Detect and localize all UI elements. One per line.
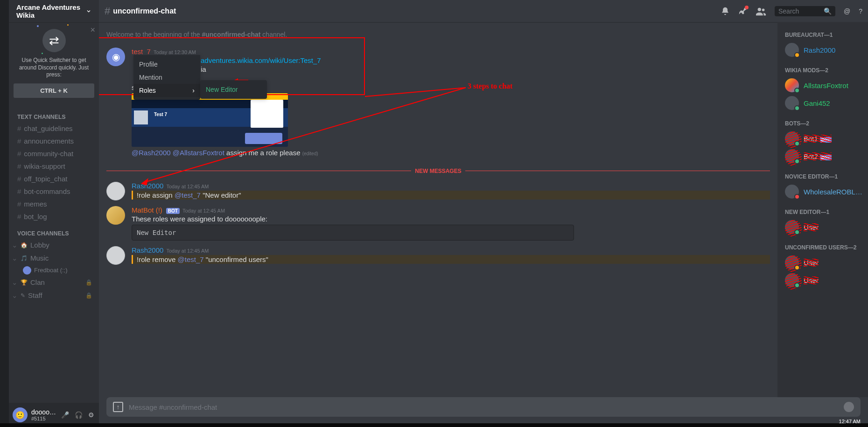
- mentions-icon[interactable]: @: [844, 7, 850, 15]
- member-role-header: Novice Editor—1: [785, 173, 864, 180]
- members-icon[interactable]: [756, 7, 766, 16]
- chevron-down-icon: ⌄: [12, 291, 18, 300]
- message-timestamp: Today at 12:45 AM: [166, 184, 209, 189]
- channel-item[interactable]: #bot-commands: [9, 185, 96, 198]
- link[interactable]: adventures.wikia.com/wiki/User:Test_7: [201, 56, 321, 64]
- message-timestamp: Today at 12:30 AM: [154, 49, 196, 55]
- command-line: !role remove @test_7 "unconfirmed users": [132, 255, 770, 264]
- message-input[interactable]: ↑ Message #unconfirmed-chat: [106, 397, 861, 417]
- chevron-down-icon: [86, 8, 91, 14]
- message-author[interactable]: Rash2000: [132, 182, 163, 190]
- chevron-down-icon: ⌄: [12, 278, 18, 287]
- hash-icon: #: [17, 124, 21, 132]
- hash-icon: #: [17, 187, 21, 195]
- hash-icon: #: [17, 213, 21, 220]
- quick-switcher-icon: ⇄: [42, 29, 66, 52]
- ctx-role-new-editor[interactable]: New Editor: [200, 83, 267, 96]
- settings-icon[interactable]: ⚙: [87, 410, 95, 420]
- message-author[interactable]: test_7: [132, 48, 151, 55]
- mention[interactable]: @Rash2000: [132, 149, 171, 157]
- voice-user[interactable]: Fredboat (:;): [9, 265, 96, 276]
- message-timestamp: Today at 12:45 AM: [166, 248, 209, 254]
- channel-item[interactable]: #chat_guidelines: [9, 122, 96, 135]
- ctx-profile[interactable]: Profile: [133, 58, 200, 71]
- channel-item[interactable]: #wikia-support: [9, 160, 96, 172]
- message: Rash2000 Today at 12:45 AM !role remove …: [106, 243, 770, 268]
- voice-channel-item[interactable]: ⌄🎵Music: [9, 252, 96, 265]
- channel-item[interactable]: #announcements: [9, 135, 96, 147]
- text-channels-header: Text Channels: [9, 106, 96, 122]
- member-user[interactable]: User: [785, 254, 864, 271]
- close-icon[interactable]: ×: [90, 25, 95, 35]
- avatar: [785, 185, 799, 199]
- voice-channel-item[interactable]: ⌄✎Staff🔒: [9, 289, 96, 302]
- avatar: [785, 149, 799, 163]
- member-user[interactable]: WholesaleROBLOX: [785, 183, 864, 200]
- deafen-icon[interactable]: 🎧: [74, 410, 84, 420]
- avatar[interactable]: [106, 182, 125, 200]
- member-user[interactable]: User: [785, 271, 864, 289]
- member-role-header: Bots—2: [785, 120, 864, 127]
- avatar: [785, 96, 799, 110]
- voice-channel-item[interactable]: ⌄🏠Lobby: [9, 239, 96, 252]
- member-user[interactable]: Rash2000: [785, 41, 864, 59]
- command-line: !role assign @test_7 "New editor": [132, 191, 770, 200]
- bot-tag: BOT: [820, 155, 832, 160]
- voice-channels-header: Voice Channels: [9, 223, 96, 239]
- member-user[interactable]: User: [785, 218, 864, 236]
- taskbar: 12:47 AM: [0, 423, 868, 427]
- avatar[interactable]: [106, 246, 125, 265]
- channel-item[interactable]: #memes: [9, 198, 96, 210]
- message: ◉ test_7 Today at 12:30 AM adventures.wi…: [106, 45, 770, 160]
- member-user[interactable]: AllstarsFoxtrot: [785, 76, 864, 94]
- quick-switcher-card: × ⇄ Use Quick Switcher to get around Dis…: [9, 22, 99, 106]
- attachment-image[interactable]: Test 7: [132, 93, 288, 147]
- hash-icon: #: [17, 200, 21, 208]
- channel-item[interactable]: #community-chat: [9, 147, 96, 160]
- message-author[interactable]: MatBot (!): [132, 206, 162, 214]
- mute-icon[interactable]: 🎤: [60, 410, 70, 420]
- member-user[interactable]: Bot2BOT: [785, 147, 864, 165]
- upload-icon[interactable]: ↑: [113, 402, 123, 412]
- search-icon: 🔍: [824, 7, 832, 15]
- server-header[interactable]: Arcane Adventures Wikia: [9, 0, 99, 22]
- hash-icon: #: [105, 5, 110, 17]
- chevron-down-icon: ⌄: [12, 241, 18, 249]
- main: # unconfirmed-chat Search 🔍 @ ?: [99, 0, 868, 427]
- help-icon[interactable]: ?: [859, 7, 862, 15]
- bell-icon[interactable]: [721, 7, 730, 16]
- channel-item[interactable]: #bot_log: [9, 210, 96, 223]
- avatar: [785, 131, 799, 145]
- pinned-icon[interactable]: [738, 7, 748, 16]
- avatar[interactable]: ◉: [106, 48, 125, 66]
- hash-icon: #: [17, 137, 21, 145]
- member-role-header: Bureaucrat—1: [785, 32, 864, 38]
- guild-bar[interactable]: [0, 0, 9, 427]
- avatar[interactable]: [106, 206, 125, 225]
- message-list: Welcome to the beginning of the #unconfi…: [99, 22, 777, 397]
- quick-switcher-text: Use Quick Switcher to get around Discord…: [14, 57, 94, 79]
- avatar[interactable]: 🙂: [13, 407, 28, 422]
- lock-icon: 🔒: [85, 292, 92, 299]
- new-messages-divider: NEW MESSAGES: [106, 167, 770, 174]
- context-menu: Profile Mention Roles ›: [133, 55, 200, 100]
- chevron-down-icon: ⌄: [12, 254, 18, 262]
- member-user[interactable]: Bot1BOT: [785, 130, 864, 147]
- bot-tag: BOT: [166, 208, 180, 214]
- member-list: Bureaucrat—1Rash2000Wikia Mods—2Allstars…: [777, 22, 868, 397]
- emoji-icon[interactable]: [844, 402, 854, 412]
- search-input[interactable]: Search 🔍: [775, 6, 835, 16]
- channel-item[interactable]: #off_topic_chat: [9, 172, 96, 185]
- ctx-roles[interactable]: Roles ›: [133, 84, 200, 97]
- member-user[interactable]: Gani452: [785, 94, 864, 112]
- ctx-mention[interactable]: Mention: [133, 71, 200, 84]
- quick-switcher-button[interactable]: CTRL + K: [14, 83, 94, 98]
- message-author[interactable]: Rash2000: [132, 246, 163, 254]
- sidebar: Arcane Adventures Wikia × ⇄ Use Quick Sw…: [9, 0, 99, 427]
- mention[interactable]: @AllstarsFoxtrot: [173, 149, 224, 157]
- member-role-header: Unconfirmed Users—2: [785, 244, 864, 251]
- member-role-header: Wikia Mods—2: [785, 67, 864, 74]
- svg-point-1: [762, 8, 765, 11]
- context-submenu: New Editor: [200, 80, 267, 99]
- voice-channel-item[interactable]: ⌄🏆Clan🔒: [9, 276, 96, 289]
